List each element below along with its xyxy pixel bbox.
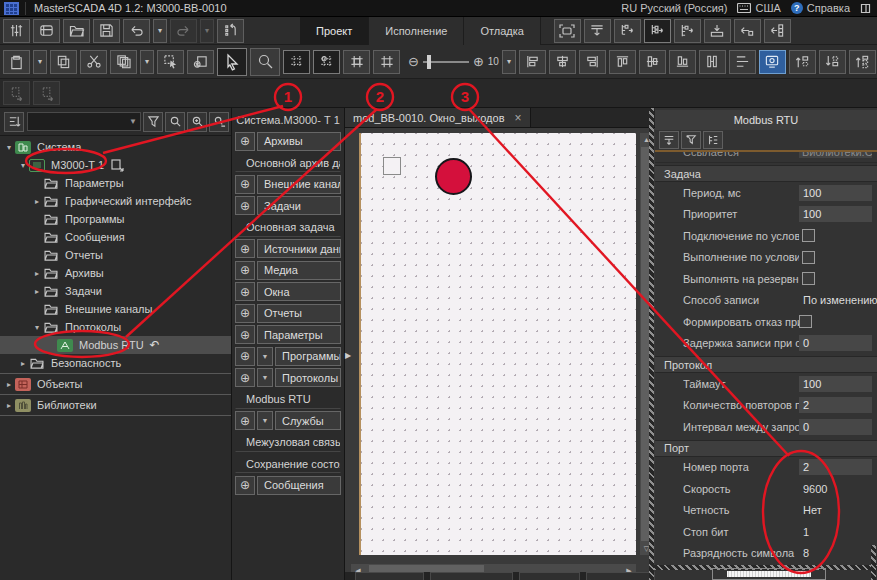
align-middle-icon[interactable] [639,50,666,74]
chevron-right-icon[interactable]: ▸ [4,380,14,389]
search-plus-icon[interactable] [187,112,207,132]
grid-frame-icon[interactable] [373,50,400,74]
tree-item-system[interactable]: ▾ Система [0,138,231,156]
redo-icon[interactable] [170,19,197,43]
dropdown-icon[interactable]: ▼ [257,368,273,387]
delete-shape-icon[interactable] [187,50,214,74]
chevron-right-icon[interactable]: ▸ [32,287,42,296]
search-dropdown-icon[interactable]: ▼ [126,117,140,126]
tree-item-reports[interactable]: Отчеты [0,246,231,264]
canvas-rectangle-shape[interactable] [383,157,401,175]
palette-item-state-saving[interactable]: Сохранение состоян [235,454,341,473]
add-icon[interactable]: ⊕ [235,261,255,280]
same-width-icon[interactable] [699,50,726,74]
close-tab-icon[interactable]: × [515,111,522,125]
bottom-button[interactable] [430,572,514,580]
grid-snap-icon[interactable] [313,50,340,74]
tree-item-external-channels[interactable]: Внешние каналы [0,300,231,318]
tree-export3-icon[interactable] [674,19,701,43]
add-icon[interactable]: ⊕ [235,347,255,366]
bottom-button[interactable] [586,572,655,580]
send-back-icon[interactable] [819,50,846,74]
chevron-down-icon[interactable]: ▾ [18,161,28,170]
bring-forward-icon[interactable] [849,50,876,74]
palette-item-main-task[interactable]: Основная задача [235,218,341,237]
snap-left-list-icon[interactable] [764,19,791,43]
tree-item-archives[interactable]: ▸ Архивы [0,264,231,282]
spacing-icon[interactable] [729,50,756,74]
checkbox[interactable] [802,229,815,242]
zoom-slider[interactable] [423,61,469,63]
open-folder-icon[interactable] [63,19,90,43]
align-bottom-icon[interactable] [669,50,696,74]
section-protocol[interactable]: Протокол [655,356,877,373]
tree-export-icon[interactable] [614,19,641,43]
chevron-right-icon[interactable]: ▸ [32,269,42,278]
paste-dropdown-icon[interactable]: ▾ [33,50,47,74]
filter-funnel-icon[interactable] [143,112,163,132]
add-icon[interactable]: ⊕ [235,196,255,215]
tab-project[interactable]: Проект [300,17,369,45]
grid-dots-icon[interactable] [283,50,310,74]
grid-lines-icon[interactable] [343,50,370,74]
tree-item-parameters[interactable]: Параметры [0,174,231,192]
align-right-icon[interactable] [579,50,606,74]
redo-dropdown-icon[interactable]: ▾ [200,19,214,43]
tree-item-messages[interactable]: Сообщения [0,228,231,246]
chevron-down-icon[interactable]: ▾ [32,323,42,332]
dropdown-icon[interactable]: ▼ [257,411,273,430]
checkbox[interactable] [802,272,815,285]
clipped-edit-box[interactable] [712,568,826,580]
palette-item-internode-link[interactable]: Межузловая связь [235,433,341,452]
save-icon[interactable] [93,19,120,43]
retry-count-input[interactable]: 2 [799,397,872,413]
request-interval-input[interactable]: 0 [799,419,872,435]
add-icon[interactable]: ⊕ [235,239,255,258]
bring-front-icon[interactable] [789,50,816,74]
tree-item-objects[interactable]: ▸ Объекты [0,375,231,393]
tree-sort-icon[interactable] [4,112,24,132]
duplicate-dropdown-icon[interactable]: ▾ [140,50,154,74]
zoom-out-icon[interactable]: ⊖ [408,54,419,69]
tree-item-tasks[interactable]: ▸ Задачи [0,282,231,300]
chevron-down-icon[interactable]: ▾ [4,143,14,152]
settings-sliders-icon[interactable] [3,19,30,43]
undo-dropdown-icon[interactable]: ▾ [153,19,167,43]
cursor-icon[interactable] [217,48,247,76]
device-badge-icon[interactable] [110,159,124,172]
chevron-right-icon[interactable]: ▸ [4,401,14,410]
snap-left-icon[interactable] [734,19,761,43]
tree-item-protocols[interactable]: ▾ Протоколы [0,318,231,336]
stop-bits-value[interactable]: 1 [799,526,809,538]
collapse-all-icon[interactable] [659,131,679,149]
document-tab[interactable]: mod_BB-0010. Окно_выходов × [345,108,531,127]
add-icon[interactable]: ⊕ [235,175,255,194]
preview-monitor-icon[interactable] [759,50,786,74]
keyboard-layout[interactable]: США [737,2,780,14]
add-icon[interactable]: ⊕ [235,411,255,430]
tree-item-graphical-interface[interactable]: ▸ Графический интерфейс [0,192,231,210]
align-top-icon[interactable] [609,50,636,74]
tree-item-modbus-rtu[interactable]: Modbus RTU ↶ [0,336,231,354]
baud-rate-value[interactable]: 9600 [799,483,827,495]
tree-item-m3000-device[interactable]: ▾ М3000-Т 1 [0,156,231,174]
restore-list-icon[interactable] [217,19,244,43]
tree-item-libraries[interactable]: ▸ Библиотеки [0,396,231,414]
parity-value[interactable]: Нет [799,504,822,516]
project-window-icon[interactable] [33,19,60,43]
insert-node-icon[interactable] [3,81,30,105]
goto-reference-icon[interactable]: ↶ [150,338,160,352]
section-port[interactable]: Порт [655,440,877,457]
timeout-input[interactable]: 100 [799,376,872,392]
copy-icon[interactable] [50,50,77,74]
char-bits-value[interactable]: 8 [799,547,809,559]
import-bottom-icon[interactable] [704,19,731,43]
dropdown-icon[interactable]: ▼ [257,347,273,366]
undo-icon[interactable] [123,19,150,43]
write-delay-input[interactable]: 0 [799,335,872,351]
checkbox[interactable] [799,315,812,328]
add-icon[interactable]: ⊕ [235,476,255,495]
filter-properties-icon[interactable] [681,131,701,149]
add-icon[interactable]: ⊕ [235,325,255,344]
frame-icon[interactable] [554,19,581,43]
